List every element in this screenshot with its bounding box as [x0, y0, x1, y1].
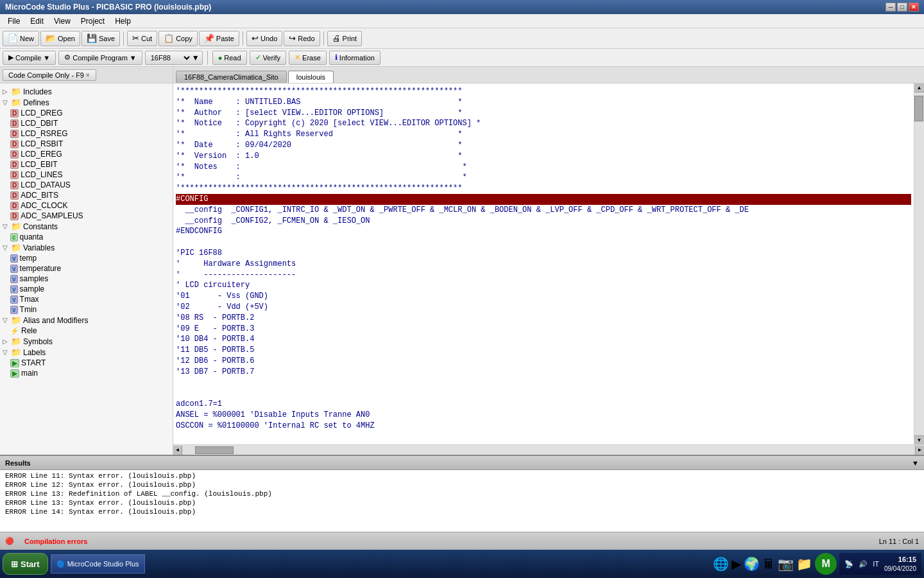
taskbar-app-item[interactable]: 🔵 MicroCode Studio Plus [51, 554, 145, 574]
code-editor[interactable]: '***************************************… [173, 83, 914, 434]
tree-node-alias[interactable]: ▽ 📁 Alias and Modifiers [0, 315, 173, 326]
code-line-25[interactable]: '12 DB6 - PORTB.6 [176, 356, 911, 367]
code-line-5[interactable]: '* Date : 09/04/2020 * [176, 140, 911, 151]
chip-select[interactable]: 16F88 16F84A 18F4550 ▼ [145, 51, 203, 65]
code-line-1[interactable]: '* Name : UNTITLED.BAS * [176, 97, 911, 108]
tree-node-samples[interactable]: v samples [0, 274, 173, 284]
print-button[interactable]: 🖨 Print [327, 31, 363, 46]
code-line-11[interactable]: __config _CONFIG1, _INTRC_IO & _WDT_ON &… [176, 205, 911, 216]
information-button[interactable]: ℹ Information [329, 51, 381, 65]
code-content-wrap[interactable]: '***************************************… [173, 83, 914, 444]
code-line-30[interactable]: ANSEL = %000001 'Disable Inputs Tranne A… [176, 410, 911, 421]
tree-node-lcd-dbit[interactable]: D LCD_DBIT [0, 118, 173, 128]
code-line-28[interactable] [176, 388, 911, 399]
redo-button[interactable]: ↪ Redo [284, 31, 320, 46]
scroll-down-button[interactable]: ▼ [914, 435, 924, 444]
tree-node-sample[interactable]: v sample [0, 284, 173, 294]
new-button[interactable]: 📄 New [3, 31, 39, 46]
start-button[interactable]: ⊞ Start [3, 553, 48, 575]
code-line-27[interactable] [176, 378, 911, 389]
taskbar-icon-ie[interactable]: 🌐 [713, 556, 729, 572]
undo-button[interactable]: ↩ Undo [246, 31, 282, 46]
compile-program-button[interactable]: ⚙ Compile Program ▼ [58, 51, 142, 65]
tree-node-variables[interactable]: ▽ 📁 Variables [0, 242, 173, 253]
code-line-4[interactable]: '* : All Rights Reserved * [176, 129, 911, 140]
code-line-16[interactable]: ' Hardware Assignments [176, 259, 911, 270]
code-line-31[interactable]: OSCCON = %01100000 'Internal RC set to 4… [176, 421, 911, 432]
menu-file[interactable]: File [3, 15, 25, 27]
sidebar-tab-compile[interactable]: Code Compile Only - F9 ✕ [3, 69, 96, 81]
code-line-13[interactable]: #ENDCONFIG [176, 226, 911, 237]
tree-node-lcd-ebit[interactable]: D LCD_EBIT [0, 159, 173, 170]
code-line-3[interactable]: '* Notice : Copyright (c) 2020 [select V… [176, 118, 911, 129]
copy-button[interactable]: 📋 Copy [158, 31, 198, 46]
taskbar-icon-explorer[interactable]: 📁 [796, 556, 812, 572]
cut-button[interactable]: ✂ Cut [127, 31, 157, 46]
chip-select-input[interactable]: 16F88 16F84A 18F4550 [146, 51, 192, 64]
taskbar-icon-calc[interactable]: 🖩 [762, 557, 775, 572]
tree-node-temperature[interactable]: v temperature [0, 263, 173, 274]
code-line-17[interactable]: ' -------------------- [176, 270, 911, 281]
tree-node-adc-bits[interactable]: D ADC_BITS [0, 190, 173, 200]
scroll-right-button[interactable]: ► [915, 446, 924, 455]
code-line-22[interactable]: '09 E - PORTB.3 [176, 324, 911, 335]
code-line-12[interactable]: __config _CONFIG2, _FCMEN_ON & _IESO_ON [176, 216, 911, 227]
taskbar-icon-m[interactable]: M [815, 553, 837, 575]
compile-button[interactable]: ▶ Compile ▼ [3, 51, 56, 65]
save-button[interactable]: 💾 Save [81, 31, 120, 46]
menu-edit[interactable]: Edit [25, 15, 49, 27]
tree-node-lcd-ereg[interactable]: D LCD_EREG [0, 149, 173, 159]
tree-node-symbols[interactable]: ▷ 📁 Symbols [0, 336, 173, 347]
verify-button[interactable]: ✓ Verify [250, 51, 287, 65]
sidebar-tab-close[interactable]: ✕ [85, 72, 90, 78]
code-line-15[interactable]: 'PIC 16F88 [176, 248, 911, 259]
scroll-thumb[interactable] [914, 96, 923, 121]
code-line-6[interactable]: '* Version : 1.0 * [176, 151, 911, 162]
taskbar-icon-firefox[interactable]: 🌍 [744, 556, 760, 572]
tree-node-constants[interactable]: ▽ 📁 Constants [0, 221, 173, 232]
code-line-14[interactable] [176, 237, 911, 248]
tree-node-includes[interactable]: ▷ 📁 Includes [0, 86, 173, 97]
tree-node-tmax[interactable]: v Tmax [0, 294, 173, 304]
scroll-up-button[interactable]: ▲ [914, 83, 924, 92]
code-line-10[interactable]: #CONFIG [176, 194, 911, 205]
taskbar-icon-camera[interactable]: 📷 [778, 556, 794, 572]
h-scroll-thumb[interactable] [195, 446, 234, 454]
tree-node-main[interactable]: ▶ main [0, 368, 173, 378]
tree-node-lcd-dataus[interactable]: D LCD_DATAUS [0, 180, 173, 190]
code-line-29[interactable]: adcon1.7=1 [176, 399, 911, 410]
paste-button[interactable]: 📌 Paste [199, 31, 239, 46]
code-line-18[interactable]: ' LCD circuitery [176, 280, 911, 291]
code-line-9[interactable]: '***************************************… [176, 183, 911, 194]
code-line-8[interactable]: '* : * [176, 172, 911, 183]
tree-node-rele[interactable]: ⚡ Rele [0, 326, 173, 336]
menu-view[interactable]: View [49, 15, 76, 27]
tree-node-defines[interactable]: ▽ 📁 Defines [0, 97, 173, 108]
code-line-0[interactable]: '***************************************… [176, 86, 911, 97]
tree-node-lcd-rsreg[interactable]: D LCD_RSREG [0, 128, 173, 139]
erase-button[interactable]: ✕ Erase [289, 51, 327, 65]
code-line-2[interactable]: '* Author : [select VIEW...EDITOR OPTION… [176, 108, 911, 119]
code-line-7[interactable]: '* Notes : * [176, 162, 911, 173]
tree-node-temp[interactable]: v temp [0, 253, 173, 263]
code-line-20[interactable]: '02 - Vdd (+5V) [176, 302, 911, 313]
code-line-24[interactable]: '11 DB5 - PORTB.5 [176, 345, 911, 356]
minimize-button[interactable]: ─ [886, 3, 896, 12]
code-line-19[interactable]: '01 - Vss (GND) [176, 291, 911, 302]
vertical-scrollbar[interactable]: ▲ ▼ [914, 83, 924, 444]
tab-16f88-camera[interactable]: 16F88_CameraClimatica_Sito [176, 71, 287, 83]
tree-node-start[interactable]: ▶ START [0, 358, 173, 368]
scroll-left-button[interactable]: ◄ [173, 446, 182, 455]
tab-louislouis[interactable]: louislouis [288, 71, 334, 83]
code-line-21[interactable]: '08 RS - PORTB.2 [176, 313, 911, 324]
taskbar-icon-media[interactable]: ▶ [732, 556, 741, 572]
tree-node-tmin[interactable]: v Tmin [0, 304, 173, 315]
tree-node-adc-sampleus[interactable]: D ADC_SAMPLEUS [0, 211, 173, 221]
code-line-23[interactable]: '10 DB4 - PORTB.4 [176, 334, 911, 345]
tree-node-lcd-dreg[interactable]: D LCD_DREG [0, 108, 173, 118]
horizontal-scrollbar[interactable]: ◄ ► [173, 444, 924, 455]
open-button[interactable]: 📂 Open [40, 31, 80, 46]
code-line-26[interactable]: '13 DB7 - PORTB.7 [176, 367, 911, 378]
tree-node-labels[interactable]: ▽ 📁 Labels [0, 347, 173, 358]
menu-help[interactable]: Help [110, 15, 136, 27]
